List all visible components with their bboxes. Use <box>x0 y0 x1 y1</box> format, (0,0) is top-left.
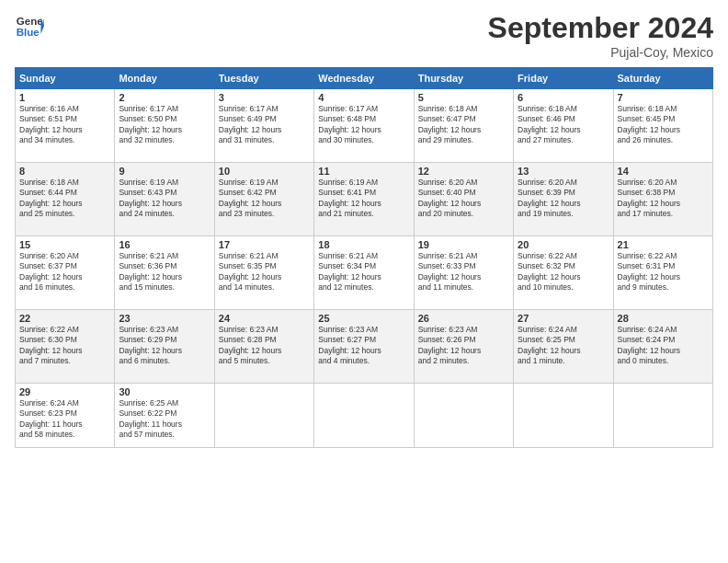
day-info: Sunrise: 6:20 AMSunset: 6:40 PMDaylight:… <box>418 178 509 220</box>
calendar-cell: 24Sunrise: 6:23 AMSunset: 6:28 PMDayligh… <box>214 310 313 384</box>
calendar-cell: 15Sunrise: 6:20 AMSunset: 6:37 PMDayligh… <box>16 236 115 310</box>
calendar-cell: 26Sunrise: 6:23 AMSunset: 6:26 PMDayligh… <box>414 310 513 384</box>
day-number: 21 <box>618 239 709 250</box>
calendar-cell: 12Sunrise: 6:20 AMSunset: 6:40 PMDayligh… <box>414 163 513 236</box>
day-number: 14 <box>618 166 709 177</box>
calendar-cell: 4Sunrise: 6:17 AMSunset: 6:48 PMDaylight… <box>314 89 414 163</box>
day-number: 1 <box>19 92 110 103</box>
col-header-monday: Monday <box>115 68 214 89</box>
week-row-2: 8Sunrise: 6:18 AMSunset: 6:44 PMDaylight… <box>16 163 713 236</box>
calendar-cell: 2Sunrise: 6:17 AMSunset: 6:50 PMDaylight… <box>115 89 214 163</box>
day-number: 22 <box>19 313 110 324</box>
calendar-cell <box>414 384 513 448</box>
day-info: Sunrise: 6:22 AMSunset: 6:31 PMDaylight:… <box>618 251 709 293</box>
day-info: Sunrise: 6:16 AMSunset: 6:51 PMDaylight:… <box>19 104 110 146</box>
calendar-cell: 11Sunrise: 6:19 AMSunset: 6:41 PMDayligh… <box>314 163 414 236</box>
calendar-cell <box>613 384 712 448</box>
calendar-page: General Blue September 2024 Pujal-Coy, M… <box>0 0 728 563</box>
day-info: Sunrise: 6:17 AMSunset: 6:48 PMDaylight:… <box>318 104 409 146</box>
title-block: September 2024 Pujal-Coy, Mexico <box>488 11 713 60</box>
calendar-cell: 27Sunrise: 6:24 AMSunset: 6:25 PMDayligh… <box>514 310 613 384</box>
day-number: 4 <box>318 92 409 103</box>
calendar-cell: 25Sunrise: 6:23 AMSunset: 6:27 PMDayligh… <box>314 310 414 384</box>
calendar-cell: 8Sunrise: 6:18 AMSunset: 6:44 PMDaylight… <box>16 163 115 236</box>
calendar-cell: 28Sunrise: 6:24 AMSunset: 6:24 PMDayligh… <box>613 310 712 384</box>
week-row-5: 29Sunrise: 6:24 AMSunset: 6:23 PMDayligh… <box>16 384 713 448</box>
day-number: 20 <box>518 239 609 250</box>
day-info: Sunrise: 6:20 AMSunset: 6:39 PMDaylight:… <box>518 178 609 220</box>
day-info: Sunrise: 6:21 AMSunset: 6:34 PMDaylight:… <box>318 251 409 293</box>
calendar-cell: 21Sunrise: 6:22 AMSunset: 6:31 PMDayligh… <box>613 236 712 310</box>
day-number: 19 <box>418 239 509 250</box>
day-info: Sunrise: 6:20 AMSunset: 6:38 PMDaylight:… <box>618 178 709 220</box>
calendar-cell: 13Sunrise: 6:20 AMSunset: 6:39 PMDayligh… <box>514 163 613 236</box>
day-number: 5 <box>418 92 509 103</box>
col-header-saturday: Saturday <box>613 68 712 89</box>
day-number: 27 <box>518 313 609 324</box>
day-info: Sunrise: 6:21 AMSunset: 6:33 PMDaylight:… <box>418 251 509 293</box>
day-info: Sunrise: 6:18 AMSunset: 6:45 PMDaylight:… <box>618 104 709 146</box>
header: General Blue September 2024 Pujal-Coy, M… <box>15 11 713 60</box>
day-info: Sunrise: 6:24 AMSunset: 6:25 PMDaylight:… <box>518 325 609 367</box>
col-header-wednesday: Wednesday <box>314 68 414 89</box>
calendar-cell: 5Sunrise: 6:18 AMSunset: 6:47 PMDaylight… <box>414 89 513 163</box>
calendar-cell: 19Sunrise: 6:21 AMSunset: 6:33 PMDayligh… <box>414 236 513 310</box>
day-info: Sunrise: 6:23 AMSunset: 6:27 PMDaylight:… <box>318 325 409 367</box>
day-info: Sunrise: 6:22 AMSunset: 6:30 PMDaylight:… <box>19 325 110 367</box>
calendar-cell: 30Sunrise: 6:25 AMSunset: 6:22 PMDayligh… <box>115 384 214 448</box>
logo: General Blue <box>15 11 44 40</box>
calendar-cell: 16Sunrise: 6:21 AMSunset: 6:36 PMDayligh… <box>115 236 214 310</box>
svg-text:General: General <box>17 16 44 27</box>
day-info: Sunrise: 6:25 AMSunset: 6:22 PMDaylight:… <box>119 398 210 441</box>
calendar-cell: 29Sunrise: 6:24 AMSunset: 6:23 PMDayligh… <box>16 384 115 448</box>
day-info: Sunrise: 6:20 AMSunset: 6:37 PMDaylight:… <box>19 251 110 293</box>
day-number: 7 <box>618 92 709 103</box>
day-info: Sunrise: 6:21 AMSunset: 6:35 PMDaylight:… <box>219 251 310 293</box>
calendar-cell <box>214 384 313 448</box>
day-number: 29 <box>19 386 110 397</box>
day-number: 12 <box>418 166 509 177</box>
day-info: Sunrise: 6:23 AMSunset: 6:29 PMDaylight:… <box>119 325 210 367</box>
day-number: 23 <box>119 313 210 324</box>
day-number: 25 <box>318 313 409 324</box>
calendar-cell: 14Sunrise: 6:20 AMSunset: 6:38 PMDayligh… <box>613 163 712 236</box>
calendar-cell <box>314 384 414 448</box>
day-number: 8 <box>19 166 110 177</box>
day-info: Sunrise: 6:19 AMSunset: 6:41 PMDaylight:… <box>318 178 409 220</box>
calendar-table: SundayMondayTuesdayWednesdayThursdayFrid… <box>15 67 713 448</box>
day-number: 16 <box>119 239 210 250</box>
day-number: 15 <box>19 239 110 250</box>
col-header-friday: Friday <box>514 68 613 89</box>
day-info: Sunrise: 6:17 AMSunset: 6:49 PMDaylight:… <box>219 104 310 146</box>
col-header-thursday: Thursday <box>414 68 513 89</box>
day-number: 6 <box>518 92 609 103</box>
calendar-cell: 20Sunrise: 6:22 AMSunset: 6:32 PMDayligh… <box>514 236 613 310</box>
logo-icon: General Blue <box>15 11 44 40</box>
calendar-cell: 23Sunrise: 6:23 AMSunset: 6:29 PMDayligh… <box>115 310 214 384</box>
calendar-body: 1Sunrise: 6:16 AMSunset: 6:51 PMDaylight… <box>16 89 713 448</box>
day-number: 17 <box>219 239 310 250</box>
calendar-cell: 1Sunrise: 6:16 AMSunset: 6:51 PMDaylight… <box>16 89 115 163</box>
month-title: September 2024 <box>488 11 713 45</box>
day-info: Sunrise: 6:24 AMSunset: 6:24 PMDaylight:… <box>618 325 709 367</box>
week-row-3: 15Sunrise: 6:20 AMSunset: 6:37 PMDayligh… <box>16 236 713 310</box>
day-number: 9 <box>119 166 210 177</box>
calendar-cell: 18Sunrise: 6:21 AMSunset: 6:34 PMDayligh… <box>314 236 414 310</box>
day-number: 3 <box>219 92 310 103</box>
calendar-cell: 7Sunrise: 6:18 AMSunset: 6:45 PMDaylight… <box>613 89 712 163</box>
day-info: Sunrise: 6:22 AMSunset: 6:32 PMDaylight:… <box>518 251 609 293</box>
calendar-cell: 3Sunrise: 6:17 AMSunset: 6:49 PMDaylight… <box>214 89 313 163</box>
day-info: Sunrise: 6:19 AMSunset: 6:42 PMDaylight:… <box>219 178 310 220</box>
day-number: 2 <box>119 92 210 103</box>
day-number: 13 <box>518 166 609 177</box>
calendar-cell: 9Sunrise: 6:19 AMSunset: 6:43 PMDaylight… <box>115 163 214 236</box>
svg-text:Blue: Blue <box>17 27 40 38</box>
day-number: 30 <box>119 386 210 397</box>
calendar-header-row: SundayMondayTuesdayWednesdayThursdayFrid… <box>16 68 713 89</box>
day-number: 26 <box>418 313 509 324</box>
day-number: 28 <box>618 313 709 324</box>
day-number: 24 <box>219 313 310 324</box>
week-row-4: 22Sunrise: 6:22 AMSunset: 6:30 PMDayligh… <box>16 310 713 384</box>
day-number: 11 <box>318 166 409 177</box>
day-info: Sunrise: 6:23 AMSunset: 6:28 PMDaylight:… <box>219 325 310 367</box>
